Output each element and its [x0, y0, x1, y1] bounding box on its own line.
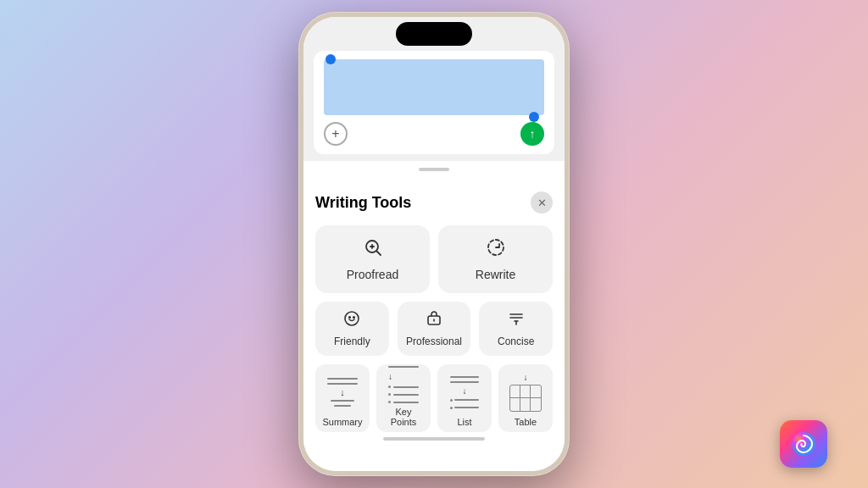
cursor-handle-top	[326, 54, 336, 64]
summary-icon: ↓	[320, 371, 364, 413]
screen-top: + ↑	[303, 17, 565, 161]
tools-row-1: Proofread Rewrite	[315, 225, 553, 293]
professional-label: Professional	[406, 336, 462, 347]
professional-icon	[426, 310, 442, 331]
friendly-label: Friendly	[334, 336, 370, 347]
list-button[interactable]: ↓ List	[437, 364, 492, 432]
rewrite-button[interactable]: Rewrite	[438, 225, 553, 293]
dynamic-island	[396, 22, 472, 46]
panel-title: Writing Tools	[315, 194, 411, 212]
apple-intelligence-icon	[780, 420, 827, 468]
text-toolbar: + ↑	[324, 122, 544, 146]
proofread-button[interactable]: Proofread	[315, 225, 430, 293]
svg-line-1	[376, 252, 381, 256]
send-button[interactable]: ↑	[520, 122, 544, 146]
add-button[interactable]: +	[324, 122, 348, 146]
selected-text[interactable]	[324, 59, 544, 115]
table-label: Table	[515, 417, 537, 427]
status-bar	[303, 17, 565, 51]
table-button[interactable]: ↓ Table	[498, 364, 553, 432]
concise-icon	[508, 310, 525, 331]
key-points-icon: ↓	[381, 366, 426, 403]
tools-row-2: Friendly Professional	[315, 302, 553, 356]
cursor-handle-bottom	[529, 112, 539, 122]
panel-header: Writing Tools ✕	[315, 191, 553, 214]
friendly-icon	[343, 310, 360, 331]
home-indicator	[383, 437, 485, 441]
drag-handle	[419, 168, 449, 171]
concise-button[interactable]: Concise	[479, 302, 553, 356]
table-icon: ↓	[504, 371, 548, 413]
phone-screen: + ↑ Writing Tools ✕	[303, 17, 565, 471]
proofread-label: Proofread	[347, 268, 398, 281]
summary-button[interactable]: ↓ Summary	[315, 364, 370, 432]
list-icon: ↓	[442, 371, 487, 413]
phone-frame: + ↑ Writing Tools ✕	[298, 12, 570, 476]
rewrite-icon	[486, 237, 506, 263]
summary-label: Summary	[322, 417, 362, 427]
tools-row-3: ↓ Summary ↓	[315, 364, 553, 432]
svg-point-6	[349, 317, 351, 319]
close-button[interactable]: ✕	[531, 191, 553, 214]
friendly-button[interactable]: Friendly	[315, 302, 389, 356]
svg-point-7	[353, 317, 355, 319]
concise-label: Concise	[498, 336, 534, 347]
key-points-button[interactable]: ↓	[376, 364, 431, 432]
list-label: List	[457, 417, 471, 427]
text-area-container[interactable]: + ↑	[314, 51, 554, 154]
proofread-icon	[363, 237, 383, 263]
professional-button[interactable]: Professional	[398, 302, 471, 356]
svg-point-5	[345, 312, 359, 325]
rewrite-label: Rewrite	[476, 268, 515, 281]
key-points-label: Key Points	[381, 407, 426, 427]
writing-tools-panel: Writing Tools ✕ Proofread	[303, 178, 565, 471]
